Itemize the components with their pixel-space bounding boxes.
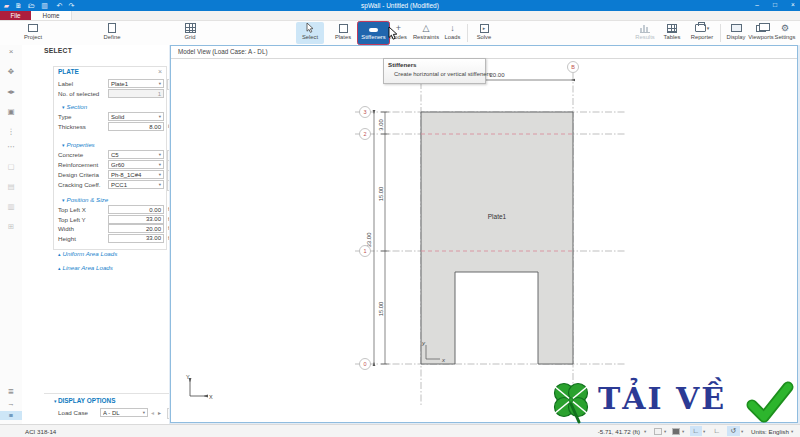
width-row: Width 20.00 ft xyxy=(55,224,165,234)
model-canvas[interactable]: Plate1 20.00 33.00 3.00 15.00 15.00 3 xyxy=(171,58,797,422)
top-left-x-field[interactable]: 0.00 xyxy=(108,205,164,214)
copy-tool-icon: ▢ xyxy=(0,162,22,171)
select-button[interactable]: Select xyxy=(296,22,324,44)
solve-icon: ▸ xyxy=(480,22,489,34)
solve-button[interactable]: ▸ Solve xyxy=(470,22,498,44)
type-dropdown[interactable]: Solid ▾ xyxy=(108,112,164,121)
ribbon-separator xyxy=(720,24,721,42)
label-row: Label Plate1 ▾ › xyxy=(55,79,165,89)
tab-home[interactable]: Home xyxy=(31,11,72,20)
tab-file[interactable]: File xyxy=(0,11,31,20)
thickness-field[interactable]: 8.00 xyxy=(108,122,164,131)
load-case-dropdown[interactable]: A - DL ▾ xyxy=(100,408,148,417)
maximize-button[interactable]: □ xyxy=(768,0,782,11)
move-tool-icon[interactable]: ✥ xyxy=(0,67,22,76)
width-field[interactable]: 20.00 xyxy=(108,224,164,233)
chevron-down-icon: ▾ xyxy=(159,182,161,187)
duplicate-tool-icon[interactable]: ▣ xyxy=(0,107,22,116)
reporter-button[interactable]: ▾ Reporter xyxy=(686,22,718,44)
grid-bubble-2: 2 xyxy=(363,131,366,137)
design-code-label: ACI 318-14 xyxy=(25,428,56,435)
window-title: spWall - Untitled (Modified) xyxy=(0,0,800,11)
tables-button[interactable]: Tables xyxy=(658,22,686,44)
left-tool-strip: × ✥ ◂▸ ▣ ⋮ ⋯ ▢ ▤ ▥ ⊞ ≣ → ≡ xyxy=(0,45,23,424)
height-field[interactable]: 33.00 xyxy=(108,234,164,243)
vertical-dots-icon[interactable]: ⋮ xyxy=(0,127,22,136)
settings-button[interactable]: ⚙ Settings xyxy=(771,22,799,44)
ribbon-tab-row: File Home xyxy=(0,11,800,21)
origin-axes-icon[interactable]: ∟ xyxy=(711,426,723,436)
results-chart-icon xyxy=(640,22,650,34)
display-screen-icon xyxy=(731,22,742,34)
chevron-down-icon[interactable]: ▾ xyxy=(682,429,684,434)
project-button[interactable]: Project xyxy=(16,22,50,44)
position-size-header[interactable]: ▾Position & Size xyxy=(62,196,108,203)
chevron-down-icon: ▾ xyxy=(62,104,65,110)
chevron-down-icon[interactable]: ▾ xyxy=(741,429,743,434)
reinforcement-dropdown[interactable]: Gr60 ▾ xyxy=(108,160,164,169)
define-button[interactable]: Define xyxy=(95,22,129,44)
chevron-down-icon: ▾ xyxy=(62,142,65,148)
chevron-down-icon: ▾ xyxy=(159,172,161,177)
main-area: Model View (Load Case: A - DL) xyxy=(169,45,800,424)
type-row: Type Solid ▾ xyxy=(55,112,165,122)
design-criteria-dropdown[interactable]: Ph-8_1C#4 ▾ xyxy=(108,170,164,179)
design-criteria-row: Design Criteria Ph-8_1C#4 ▾ › xyxy=(55,170,165,180)
linear-area-loads-header[interactable]: ▴Linear Area Loads xyxy=(58,264,113,271)
grid-icon xyxy=(185,22,196,34)
chevron-down-icon: ▾ xyxy=(143,410,145,415)
height-row: Height 33.00 ft xyxy=(55,234,165,244)
chevron-down-icon: ▾ xyxy=(159,114,161,119)
chevron-down-icon[interactable]: ▾ xyxy=(644,429,646,434)
foreground-color-swatch[interactable] xyxy=(672,428,680,435)
prev-load-case-icon[interactable]: ◂ xyxy=(151,409,154,416)
gear-icon: ⚙ xyxy=(781,22,789,34)
project-icon xyxy=(28,22,38,34)
define-icon xyxy=(108,22,116,34)
uniform-area-loads-header[interactable]: ▴Uniform Area Loads xyxy=(58,250,117,257)
plates-button[interactable]: Plates xyxy=(329,22,357,44)
grid-button[interactable]: Grid xyxy=(173,22,207,44)
axes-toggle-icon[interactable]: ∟ xyxy=(690,426,702,436)
load-case-row: Load Case A - DL ▾ ◂ ▸ ▤ xyxy=(55,408,165,418)
concrete-dropdown[interactable]: C5 ▾ xyxy=(108,150,164,159)
chevron-down-icon[interactable]: ▾ xyxy=(664,429,666,434)
minimize-button[interactable]: – xyxy=(750,0,764,11)
selected-count-row: No. of selected 1 xyxy=(55,89,165,99)
plate-group-title: PLATE xyxy=(58,68,79,75)
cursor-icon xyxy=(306,22,314,34)
close-panel-icon[interactable]: × xyxy=(0,47,22,56)
selected-count-field: 1 xyxy=(108,89,164,98)
printer-icon: ▾ xyxy=(695,22,710,34)
top-left-y-field[interactable]: 33.00 xyxy=(108,215,164,224)
chevron-down-icon[interactable]: ▾ xyxy=(703,429,705,434)
mirror-tool-icon[interactable]: ◂▸ xyxy=(0,87,22,96)
model-viewport[interactable]: Model View (Load Case: A - DL) xyxy=(170,45,798,423)
list-view-icon[interactable]: ≣ xyxy=(0,387,22,396)
section-header[interactable]: ▾Section xyxy=(62,103,87,110)
menu-icon[interactable]: ≡ xyxy=(0,411,22,420)
loads-button[interactable]: ↓ Loads xyxy=(439,22,466,44)
cracking-coeff-row: Cracking Coeff. PCC1 ▾ › xyxy=(55,180,165,190)
restraints-button[interactable]: △ Restraints xyxy=(410,22,442,44)
plate-shape[interactable] xyxy=(421,112,573,364)
background-color-swatch[interactable] xyxy=(654,428,662,435)
plate-label-dropdown[interactable]: Plate1 ▾ xyxy=(108,79,164,88)
plate-group-close-icon[interactable]: × xyxy=(158,68,162,75)
title-bar: ▰ 🗎 🗁 ▥ ↶ ↷ spWall - Untitled (Modified)… xyxy=(0,0,800,11)
units-label: Units: English xyxy=(751,428,789,435)
jump-to-icon[interactable]: → xyxy=(0,399,22,408)
viewports-icon xyxy=(756,22,766,34)
close-button[interactable]: × xyxy=(786,0,800,11)
results-button: Results xyxy=(631,22,659,44)
dimension-seg-top-label: 3.00 xyxy=(378,119,384,130)
rotate-view-icon[interactable]: ↺ xyxy=(727,426,740,436)
chevron-down-icon[interactable]: ▾ xyxy=(791,429,793,434)
next-load-case-icon[interactable]: ▸ xyxy=(158,409,161,416)
dimension-seg-bot-label: 15.00 xyxy=(378,302,384,317)
cracking-coeff-dropdown[interactable]: PCC1 ▾ xyxy=(108,180,164,189)
properties-header[interactable]: ▾Properties xyxy=(62,141,95,148)
grid-bubble-1: 1 xyxy=(363,248,366,254)
display-options-header[interactable]: ▾ DISPLAY OPTIONS xyxy=(54,397,115,404)
horizontal-dots-icon[interactable]: ⋯ xyxy=(0,142,22,151)
